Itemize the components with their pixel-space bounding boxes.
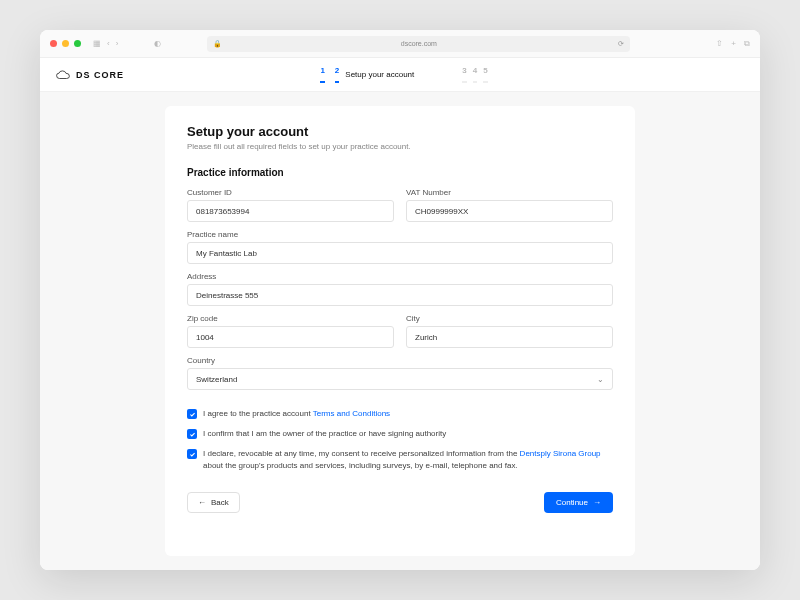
marketing-checkbox[interactable] [187, 449, 197, 459]
share-icon[interactable]: ⇧ [716, 39, 723, 49]
sidebar-icon[interactable]: ▦ [93, 39, 101, 48]
tabs-icon[interactable]: ⧉ [744, 39, 750, 49]
customer-id-label: Customer ID [187, 188, 394, 197]
country-label: Country [187, 356, 613, 365]
nav-fwd-icon[interactable]: › [116, 39, 119, 48]
maximize-window-icon[interactable] [74, 40, 81, 47]
minimize-window-icon[interactable] [62, 40, 69, 47]
section-title: Practice information [187, 167, 613, 178]
continue-button[interactable]: Continue → [544, 492, 613, 513]
customer-id-input[interactable] [187, 200, 394, 222]
app-header: DS CORE 1 2 Setup your account 3 4 5 [40, 58, 760, 92]
brand-logo: DS CORE [56, 70, 124, 80]
arrow-left-icon: ← [198, 498, 206, 507]
lock-icon: 🔒 [213, 40, 222, 48]
terms-checkbox[interactable] [187, 409, 197, 419]
check-icon [189, 431, 196, 438]
step-5: 5 [483, 66, 487, 83]
practice-name-input[interactable] [187, 242, 613, 264]
page-subtitle: Please fill out all required fields to s… [187, 142, 613, 151]
owner-checkbox[interactable] [187, 429, 197, 439]
zip-input[interactable] [187, 326, 394, 348]
cloud-icon [56, 70, 70, 80]
step-1: 1 [320, 66, 324, 83]
consent-section: I agree to the practice account Terms an… [187, 408, 613, 472]
progress-stepper: 1 2 Setup your account 3 4 5 [124, 66, 684, 83]
reload-icon[interactable]: ⟳ [618, 40, 624, 48]
url-text: dscore.com [401, 40, 437, 47]
zip-label: Zip code [187, 314, 394, 323]
vat-label: VAT Number [406, 188, 613, 197]
shield-icon[interactable]: ◐ [154, 39, 161, 48]
new-tab-icon[interactable]: + [731, 39, 736, 49]
step-3: 3 [462, 66, 466, 83]
back-label: Back [211, 498, 229, 507]
browser-window: ▦ ‹ › ◐ 🔒 dscore.com ⟳ ⇧ + ⧉ DS CORE 1 2… [40, 30, 760, 570]
check-icon [189, 411, 196, 418]
step-2: 2 [335, 66, 339, 83]
back-button[interactable]: ← Back [187, 492, 240, 513]
terms-text: I agree to the practice account Terms an… [203, 408, 390, 420]
vat-input[interactable] [406, 200, 613, 222]
nav-back-icon[interactable]: ‹ [107, 39, 110, 48]
check-icon [189, 451, 196, 458]
arrow-right-icon: → [593, 498, 601, 507]
chevron-down-icon: ⌄ [597, 375, 604, 384]
step-4: 4 [473, 66, 477, 83]
address-label: Address [187, 272, 613, 281]
continue-label: Continue [556, 498, 588, 507]
close-window-icon[interactable] [50, 40, 57, 47]
country-select[interactable]: Switzerland ⌄ [187, 368, 613, 390]
marketing-text: I declare, revocable at any time, my con… [203, 448, 613, 472]
city-label: City [406, 314, 613, 323]
traffic-lights [50, 40, 81, 47]
form-card: Setup your account Please fill out all r… [165, 106, 635, 556]
terms-link[interactable]: Terms and Conditions [313, 409, 390, 418]
browser-chrome: ▦ ‹ › ◐ 🔒 dscore.com ⟳ ⇧ + ⧉ [40, 30, 760, 58]
content-area: Setup your account Please fill out all r… [40, 92, 760, 570]
step-label: Setup your account [345, 70, 414, 79]
address-bar[interactable]: 🔒 dscore.com ⟳ [207, 36, 630, 52]
group-link[interactable]: Dentsply Sirona Group [520, 449, 601, 458]
practice-name-label: Practice name [187, 230, 613, 239]
page-title: Setup your account [187, 124, 613, 139]
brand-text: DS CORE [76, 70, 124, 80]
country-value: Switzerland [196, 375, 237, 384]
city-input[interactable] [406, 326, 613, 348]
address-input[interactable] [187, 284, 613, 306]
owner-text: I confirm that I am the owner of the pra… [203, 428, 446, 440]
